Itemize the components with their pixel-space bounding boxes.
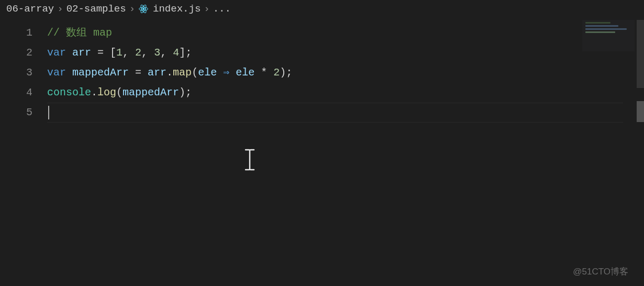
- code-line[interactable]: // 数组 map: [47, 23, 644, 43]
- line-number: 5: [0, 103, 32, 123]
- line-number: 1: [0, 23, 32, 43]
- editor[interactable]: 1 2 3 4 5 // 数组 map var arr = [1, 2, 3, …: [0, 18, 644, 284]
- code-line[interactable]: var mappedArr = arr.map(ele ⇒ ele * 2);: [47, 63, 644, 83]
- line-number: 2: [0, 43, 32, 63]
- chevron-right-icon: ›: [204, 3, 209, 15]
- minimap-line: [585, 22, 610, 24]
- chevron-right-icon: ›: [129, 3, 135, 15]
- breadcrumb-item-file[interactable]: index.js: [153, 3, 201, 15]
- breadcrumb[interactable]: 06-array › 02-samples › index.js › ...: [0, 0, 644, 18]
- scrollbar-track[interactable]: [637, 20, 644, 286]
- scrollbar-thumb[interactable]: [637, 101, 644, 122]
- line-number: 4: [0, 83, 32, 103]
- watermark: @51CTO博客: [573, 266, 628, 278]
- text-cursor: [48, 106, 49, 119]
- code-line[interactable]: var arr = [1, 2, 3, 4];: [47, 43, 644, 63]
- line-number: 3: [0, 63, 32, 83]
- minimap-line: [585, 31, 615, 33]
- react-icon: [138, 4, 149, 14]
- ibeam-cursor-icon: [243, 149, 256, 174]
- scrollbar-overview: [637, 20, 644, 88]
- breadcrumb-item[interactable]: 06-array: [6, 3, 54, 15]
- code-line[interactable]: [47, 103, 644, 123]
- breadcrumb-item[interactable]: 02-samples: [66, 3, 126, 15]
- svg-point-0: [142, 8, 144, 9]
- minimap-line: [585, 28, 627, 30]
- minimap[interactable]: [582, 20, 635, 51]
- chevron-right-icon: ›: [57, 3, 63, 15]
- breadcrumb-item-more[interactable]: ...: [213, 3, 231, 15]
- minimap-line: [585, 25, 618, 27]
- code-area[interactable]: // 数组 map var arr = [1, 2, 3, 4]; var ma…: [47, 18, 644, 284]
- code-line[interactable]: console.log(mappedArr);: [47, 83, 644, 103]
- line-number-gutter: 1 2 3 4 5: [0, 18, 47, 284]
